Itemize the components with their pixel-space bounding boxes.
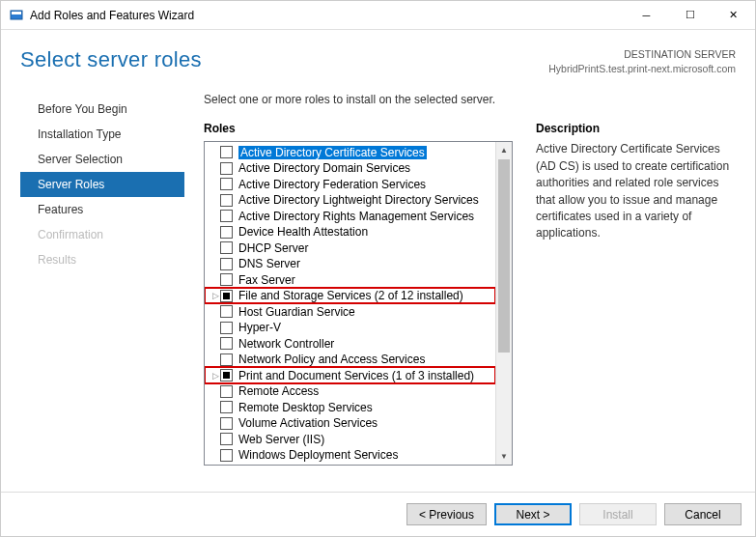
- role-checkbox[interactable]: [220, 322, 233, 334]
- description-text: Active Directory Certificate Services (A…: [536, 141, 736, 241]
- scroll-down-icon[interactable]: ▼: [496, 448, 512, 465]
- role-row[interactable]: DNS Server: [205, 256, 495, 272]
- role-checkbox[interactable]: [220, 369, 233, 382]
- role-label[interactable]: Device Health Attestation: [238, 225, 368, 239]
- destination-value: HybridPrintS.test.print-next.microsoft.c…: [548, 62, 736, 76]
- window-controls: ─ ☐ ✕: [625, 1, 755, 29]
- role-row[interactable]: Fax Server: [205, 271, 495, 288]
- role-checkbox[interactable]: [220, 162, 233, 175]
- role-row[interactable]: ▷Print and Document Services (1 of 3 ins…: [205, 367, 495, 383]
- minimize-button[interactable]: ─: [625, 1, 668, 29]
- role-label[interactable]: Active Directory Domain Services: [238, 161, 410, 175]
- role-label[interactable]: Remote Desktop Services: [238, 401, 373, 414]
- sidebar-item-installation-type[interactable]: Installation Type: [20, 122, 184, 147]
- roles-listbox[interactable]: Active Directory Certificate ServicesAct…: [204, 141, 513, 466]
- role-label[interactable]: Remote Access: [238, 384, 319, 398]
- sidebar-item-results: Results: [20, 247, 184, 272]
- role-row[interactable]: Remote Desktop Services: [205, 399, 495, 415]
- chevron-right-icon[interactable]: ▷: [210, 371, 220, 381]
- role-row[interactable]: DHCP Server: [205, 240, 495, 256]
- role-label[interactable]: Print and Document Services (1 of 3 inst…: [238, 369, 474, 382]
- role-label[interactable]: Fax Server: [238, 273, 295, 287]
- role-checkbox[interactable]: [220, 337, 233, 350]
- instruction-text: Select one or more roles to install on t…: [204, 93, 736, 106]
- role-label[interactable]: File and Storage Services (2 of 12 insta…: [238, 289, 463, 302]
- role-label[interactable]: Active Directory Rights Management Servi…: [238, 210, 474, 223]
- close-button[interactable]: ✕: [712, 1, 755, 29]
- role-checkbox[interactable]: [220, 417, 233, 430]
- role-checkbox[interactable]: [220, 449, 233, 462]
- role-label[interactable]: Active Directory Lightweight Directory S…: [238, 193, 479, 207]
- role-checkbox[interactable]: [220, 241, 233, 254]
- role-checkbox[interactable]: [220, 210, 233, 222]
- page-title: Select server roles: [20, 47, 202, 72]
- role-row[interactable]: Hyper-V: [205, 320, 495, 336]
- sidebar-item-server-roles[interactable]: Server Roles: [20, 172, 184, 197]
- description-header: Description: [536, 122, 736, 135]
- cancel-button[interactable]: Cancel: [664, 503, 742, 525]
- sidebar-item-features[interactable]: Features: [20, 197, 184, 222]
- role-row[interactable]: Remote Access: [205, 383, 495, 400]
- role-label[interactable]: Web Server (IIS): [238, 433, 324, 446]
- chevron-right-icon[interactable]: ▷: [210, 291, 220, 300]
- role-label[interactable]: DHCP Server: [238, 241, 308, 255]
- scroll-thumb[interactable]: [498, 159, 510, 353]
- role-label[interactable]: Active Directory Certificate Services: [238, 146, 427, 159]
- role-row[interactable]: Device Health Attestation: [205, 224, 495, 240]
- sidebar-item-before-you-begin[interactable]: Before You Begin: [20, 97, 184, 122]
- maximize-button[interactable]: ☐: [668, 1, 712, 29]
- role-label[interactable]: Network Policy and Access Services: [238, 353, 425, 366]
- main-area: Before You BeginInstallation TypeServer …: [1, 75, 755, 500]
- role-label[interactable]: DNS Server: [238, 257, 300, 270]
- role-checkbox[interactable]: [220, 258, 233, 270]
- role-checkbox[interactable]: [220, 433, 233, 445]
- role-row[interactable]: Windows Deployment Services: [205, 447, 495, 464]
- window-title: Add Roles and Features Wizard: [30, 9, 625, 22]
- role-row[interactable]: Host Guardian Service: [205, 303, 495, 320]
- role-label[interactable]: Host Guardian Service: [238, 305, 355, 319]
- role-row[interactable]: Active Directory Federation Services: [205, 176, 495, 192]
- role-checkbox[interactable]: [220, 401, 233, 413]
- roles-column: Roles Active Directory Certificate Servi…: [204, 122, 513, 466]
- scrollbar[interactable]: ▲ ▼: [495, 142, 512, 465]
- sidebar-item-confirmation: Confirmation: [20, 222, 184, 247]
- destination-label: DESTINATION SERVER: [548, 47, 736, 62]
- install-button: Install: [579, 503, 657, 525]
- role-row[interactable]: Web Server (IIS): [205, 431, 495, 447]
- role-row[interactable]: Active Directory Certificate Services: [205, 144, 495, 160]
- title-bar: Add Roles and Features Wizard ─ ☐ ✕: [1, 1, 755, 30]
- role-checkbox[interactable]: [220, 194, 233, 207]
- role-row[interactable]: Volume Activation Services: [205, 415, 495, 432]
- next-button[interactable]: Next >: [494, 503, 572, 525]
- svg-rect-1: [12, 12, 21, 14]
- roles-header: Roles: [204, 122, 513, 135]
- header: Select server roles DESTINATION SERVER H…: [1, 30, 755, 75]
- destination-block: DESTINATION SERVER HybridPrintS.test.pri…: [548, 47, 736, 75]
- role-row[interactable]: Active Directory Lightweight Directory S…: [205, 192, 495, 209]
- role-checkbox[interactable]: [220, 305, 233, 318]
- sidebar-item-server-selection[interactable]: Server Selection: [20, 147, 184, 172]
- role-label[interactable]: Active Directory Federation Services: [238, 178, 426, 191]
- app-icon: [9, 8, 24, 23]
- role-checkbox[interactable]: [220, 146, 233, 158]
- role-checkbox[interactable]: [220, 353, 233, 366]
- role-row[interactable]: Active Directory Rights Management Servi…: [205, 208, 495, 224]
- role-checkbox[interactable]: [220, 178, 233, 190]
- role-checkbox[interactable]: [220, 273, 233, 286]
- role-label[interactable]: Windows Deployment Services: [238, 448, 398, 462]
- role-label[interactable]: Volume Activation Services: [238, 416, 378, 430]
- role-row[interactable]: Active Directory Domain Services: [205, 160, 495, 177]
- wizard-sidebar: Before You BeginInstallation TypeServer …: [20, 93, 184, 500]
- role-checkbox[interactable]: [220, 226, 233, 239]
- scroll-up-icon[interactable]: ▲: [496, 142, 512, 158]
- role-label[interactable]: Network Controller: [238, 337, 334, 351]
- role-label[interactable]: Hyper-V: [238, 321, 281, 334]
- description-column: Description Active Directory Certificate…: [536, 122, 736, 466]
- content-area: Select one or more roles to install on t…: [184, 93, 736, 500]
- role-row[interactable]: ▷File and Storage Services (2 of 12 inst…: [205, 288, 495, 304]
- previous-button[interactable]: < Previous: [406, 503, 487, 525]
- role-checkbox[interactable]: [220, 385, 233, 398]
- role-row[interactable]: Network Policy and Access Services: [205, 352, 495, 368]
- role-checkbox[interactable]: [220, 290, 233, 302]
- role-row[interactable]: Network Controller: [205, 335, 495, 352]
